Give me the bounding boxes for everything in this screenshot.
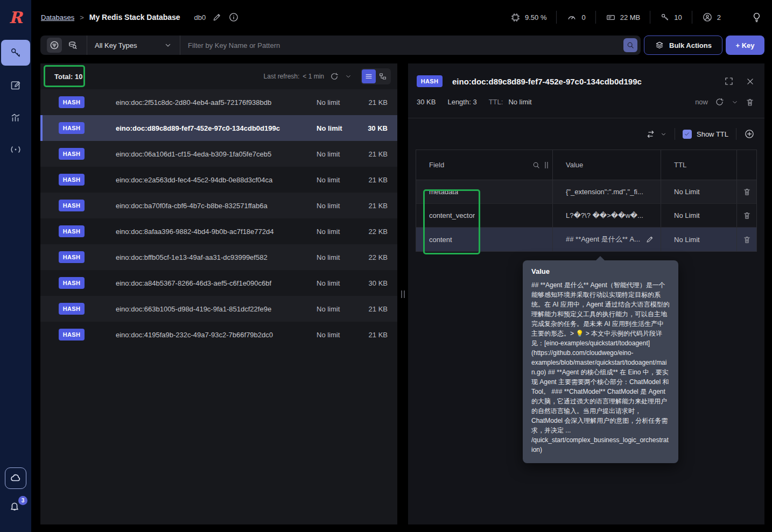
sidebar-item-analytics[interactable] [1,104,30,130]
value-cell[interactable]: ## **Agent 是什么** A... [553,228,661,251]
hash-field-row[interactable]: content_vector L?�?\? ��>��w�... No Limi… [416,204,756,228]
key-ttl: No limit [317,279,354,287]
edit-value-button[interactable] [645,235,654,244]
refresh-key-chevron[interactable] [731,98,739,106]
toolbar-divider [675,128,675,140]
redis-logo[interactable]: R [0,0,31,34]
commands-value: 0 [581,13,585,22]
actions-cell [737,180,756,203]
layers-icon [655,40,664,50]
ttl-cell[interactable]: No Limit [661,180,737,203]
value-cell[interactable]: {"_extension":".md","_fi... [553,180,661,203]
chevron-down-icon [164,41,172,49]
key-name: eino:doc:bffb05cf-1e13-49af-aa31-dc93999… [116,253,317,261]
key-type-badge: HASH [59,148,85,160]
delete-field-button[interactable] [742,235,752,244]
field-cell: content [416,228,553,251]
tree-view-icon [378,72,387,81]
swap-arrows-icon [645,129,656,139]
pencil-icon [645,235,654,244]
show-ttl-toggle[interactable]: Show TTL [683,130,728,139]
refresh-keys-button[interactable] [329,72,339,81]
key-name: eino:doc:06a106d1-cf15-4eda-b309-1fa05fe… [116,150,317,158]
sidebar-item-pubsub[interactable] [1,137,30,162]
key-ttl: No limit [317,176,354,184]
expand-panel-button[interactable] [724,76,734,86]
breadcrumb-databases-link[interactable]: Databases [41,13,74,22]
delete-key-button[interactable] [745,97,755,107]
key-list-row[interactable]: HASH eino:doc:4195fa9b-232c-49a7-93c2-7b… [40,322,397,347]
ttl-column-header[interactable]: TTL [661,150,737,180]
close-panel-button[interactable] [746,77,755,86]
commands-stat: 0 [557,12,595,23]
pencil-icon [212,12,222,22]
search-icon [626,41,635,49]
detail-ttl-label: TTL: [489,98,503,106]
workbench-icon [9,79,22,91]
sidebar-item-workbench[interactable] [1,72,30,98]
edit-db-alias-button[interactable] [212,12,222,22]
key-list-row[interactable]: HASH eino:doc:d89c8d89-fef7-452e-97c0-13… [40,115,397,141]
formatter-selector[interactable] [645,129,667,139]
hash-fields-rows: metadata {"_extension":".md","_fi... No … [416,180,756,251]
tree-view-button[interactable] [376,69,390,83]
key-type-badge: HASH [59,200,85,211]
notifications-badge: 3 [18,496,27,505]
key-list-row[interactable]: HASH eino:doc:a84b5367-8266-46d3-aef5-c6… [40,270,397,296]
delete-field-button[interactable] [742,211,752,220]
notifications-button[interactable]: 3 [8,500,24,516]
column-resize-handle[interactable] [545,162,548,168]
key-list-row[interactable]: HASH eino:doc:8afaa396-9882-4bd4-9b0b-ac… [40,218,397,244]
actions-column-header [737,150,756,180]
key-name: eino:doc:a84b5367-8266-46d3-aef5-c6f1e09… [116,279,317,287]
key-list-row[interactable]: HASH eino:doc:bffb05cf-1e13-49af-aa31-dc… [40,244,397,270]
detail-ttl-value[interactable]: No limit [508,98,531,106]
key-type-dropdown[interactable]: All Key Types [87,41,180,49]
key-list-row[interactable]: HASH eino:doc:ba70f0fa-cbf6-4b7c-b8be-83… [40,193,397,218]
value-cell[interactable]: L?�?\? ��>��w�... [553,204,661,227]
delete-field-button[interactable] [742,187,752,196]
top-bar: Databases > My Redis Stack Database db0 … [31,0,772,34]
add-field-button[interactable] [744,129,755,139]
key-type-badge: HASH [59,225,85,237]
last-refresh-value: < 1 min [303,73,324,80]
ttl-cell[interactable]: No Limit [661,204,737,227]
search-submit-button[interactable] [623,38,637,52]
refresh-settings-chevron[interactable] [345,73,352,80]
key-list-panel: Total: 10 Last refresh: < 1 min HASH [40,63,397,524]
cloud-icon [9,472,22,485]
key-list-row[interactable]: HASH eino:doc:663b1005-d98d-419c-9fa1-85… [40,296,397,322]
hash-field-row[interactable]: metadata {"_extension":".md","_fi... No … [416,180,756,204]
key-list-row[interactable]: HASH eino:doc:2f51c8dc-2d80-4eb4-aaf5-72… [40,89,397,115]
field-value: L?�?\? ��>��w�... [566,211,643,219]
scan-mode-button[interactable] [65,38,80,53]
bulk-actions-button[interactable]: Bulk Actions [644,36,722,55]
panel-splitter[interactable] [397,63,408,524]
chevron-down-icon [660,131,667,138]
key-ttl: No limit [317,150,354,158]
value-column-header[interactable]: Value [553,150,661,180]
refresh-key-button[interactable] [714,97,725,107]
filter-mode-button[interactable] [47,38,62,53]
key-list-row[interactable]: HASH eino:doc:06a106d1-cf15-4eda-b309-1f… [40,141,397,167]
ttl-cell[interactable]: No Limit [661,228,737,251]
sidebar-item-browser[interactable] [1,40,30,66]
detail-key-length: Length: 3 [447,98,476,106]
cloud-button[interactable] [5,467,26,489]
tooltip-title: Value [531,267,670,275]
key-list-row[interactable]: HASH eino:doc:e2a563dd-fec4-45c2-94db-0e… [40,167,397,193]
db-info-button[interactable] [228,12,239,23]
table-header-row: Field Value TTL [416,150,756,180]
key-filter-input[interactable] [180,41,623,49]
hash-field-row[interactable]: content ## **Agent 是什么** A... No Limit [416,228,756,251]
insights-button[interactable] [751,12,762,23]
list-view-button[interactable] [362,69,376,83]
field-column-header[interactable]: Field [416,150,553,180]
ttl-header-label: TTL [674,161,686,169]
add-key-button[interactable]: + Key [726,36,764,55]
detail-key-name: eino:doc:d89c8d89-fef7-452e-97c0-134cdb0… [452,77,642,86]
gauge-icon [566,12,577,23]
detail-key-size: 30 KB [417,98,436,106]
bulk-actions-label: Bulk Actions [669,41,712,49]
keys-stat: 10 [650,12,691,22]
